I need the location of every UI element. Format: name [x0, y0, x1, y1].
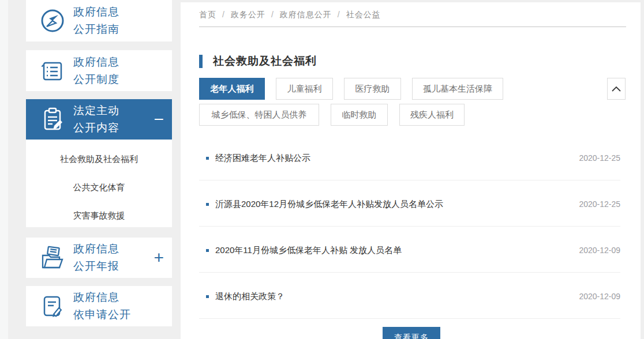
- breadcrumb-gov-info[interactable]: 政府信息公开: [280, 10, 332, 19]
- news-date: 2020-12-25: [579, 196, 620, 212]
- sidebar-item-disclosure-on-request[interactable]: 政府信息 依申请公开: [26, 286, 172, 326]
- expand-toggle[interactable]: +: [153, 249, 164, 266]
- list-item: 沂源县2020年12月份城乡低保老年人补贴发放人员名单公示 2020-12-25: [199, 196, 622, 212]
- breadcrumb-separator: /: [271, 10, 274, 19]
- news-date: 2020-12-09: [579, 288, 620, 304]
- tab-temporary-assistance[interactable]: 临时救助: [331, 104, 388, 126]
- tabs-collapse-button[interactable]: [607, 78, 626, 100]
- tab-child-welfare[interactable]: 儿童福利: [276, 78, 333, 100]
- breadcrumb-separator: /: [222, 10, 225, 19]
- news-date: 2020-12-09: [579, 242, 620, 258]
- bullet-icon: [206, 203, 209, 206]
- breadcrumb-divider: [199, 27, 626, 27]
- list-divider: [199, 272, 620, 273]
- document-pen-icon: [39, 292, 66, 320]
- news-link[interactable]: 退休的相关政策？: [215, 288, 284, 304]
- bullet-icon: [206, 249, 209, 252]
- breadcrumb-home[interactable]: 首页: [199, 10, 216, 19]
- main-panel: 首页/政务公开/政府信息公开/社会公益 社会救助及社会福利 老年人福利 儿童福利…: [181, 2, 641, 339]
- section-header: 社会救助及社会福利: [199, 54, 317, 69]
- sidebar-item-label: 政府信息 依申请公开: [73, 289, 131, 323]
- submenu-item-social-assistance[interactable]: 社会救助及社会福利: [26, 145, 172, 173]
- notebook-icon: [39, 57, 66, 85]
- breadcrumb-separator: /: [338, 10, 340, 19]
- bullet-icon: [206, 295, 209, 298]
- sidebar-item-annual-report[interactable]: 政府信息 公开年报 +: [26, 238, 172, 278]
- news-link[interactable]: 经济困难老年人补贴公示: [215, 150, 310, 166]
- tab-medical-assistance[interactable]: 医疗救助: [344, 78, 401, 100]
- breadcrumb: 首页/政务公开/政府信息公开/社会公益: [199, 10, 381, 20]
- list-divider: [199, 180, 620, 180]
- news-link[interactable]: 2020年11月份城乡低保老年人补贴 发放人员名单: [215, 242, 402, 258]
- breadcrumb-current: 社会公益: [346, 10, 381, 19]
- news-date: 2020-12-25: [579, 150, 620, 166]
- page-left-gutter: [0, 0, 8, 339]
- sidebar-item-label: 政府信息 公开年报: [73, 240, 119, 275]
- page-title: 社会救助及社会福利: [213, 54, 317, 69]
- view-more-button[interactable]: 查看更多: [383, 327, 440, 339]
- submenu-item-disaster-rescue[interactable]: 灾害事故救援: [26, 201, 172, 229]
- sidebar-item-label: 政府信息 公开指南: [73, 3, 119, 38]
- title-marker: [199, 55, 203, 68]
- list-divider: [199, 226, 620, 227]
- sidebar-item-statutory-disclosure[interactable]: 法定主动 公开内容 −: [26, 99, 172, 140]
- clipboard-pen-icon: [39, 106, 66, 133]
- list-item: 退休的相关政策？ 2020-12-09: [199, 288, 622, 304]
- bullet-icon: [206, 157, 209, 160]
- tab-disabled-welfare[interactable]: 残疾人福利: [399, 104, 465, 126]
- collapse-toggle[interactable]: −: [153, 111, 164, 128]
- tab-subsistence-allowance[interactable]: 城乡低保、特困人员供养: [199, 104, 319, 126]
- sidebar-item-label: 法定主动 公开内容: [73, 102, 119, 137]
- sidebar-item-disclosure-guide[interactable]: 政府信息 公开指南: [26, 0, 172, 42]
- sidebar-item-label: 政府信息 公开制度: [73, 54, 119, 88]
- news-link[interactable]: 沂源县2020年12月份城乡低保老年人补贴发放人员名单公示: [215, 196, 443, 212]
- submenu-item-public-culture-sports[interactable]: 公共文化体育: [26, 173, 172, 201]
- breadcrumb-gov-affairs[interactable]: 政务公开: [231, 10, 265, 19]
- tab-orphan-basic-life[interactable]: 孤儿基本生活保障: [412, 78, 503, 100]
- list-divider: [199, 318, 620, 319]
- folder-icon: [39, 244, 66, 272]
- compass-icon: [39, 7, 66, 35]
- tab-elderly-welfare[interactable]: 老年人福利: [199, 78, 265, 100]
- sidebar-submenu: 社会救助及社会福利 公共文化体育 灾害事故救援: [26, 140, 172, 227]
- list-item: 经济困难老年人补贴公示 2020-12-25: [199, 150, 622, 166]
- list-item: 2020年11月份城乡低保老年人补贴 发放人员名单 2020-12-09: [199, 242, 622, 258]
- chevron-up-icon: [611, 85, 621, 92]
- sidebar-item-disclosure-system[interactable]: 政府信息 公开制度: [26, 50, 172, 91]
